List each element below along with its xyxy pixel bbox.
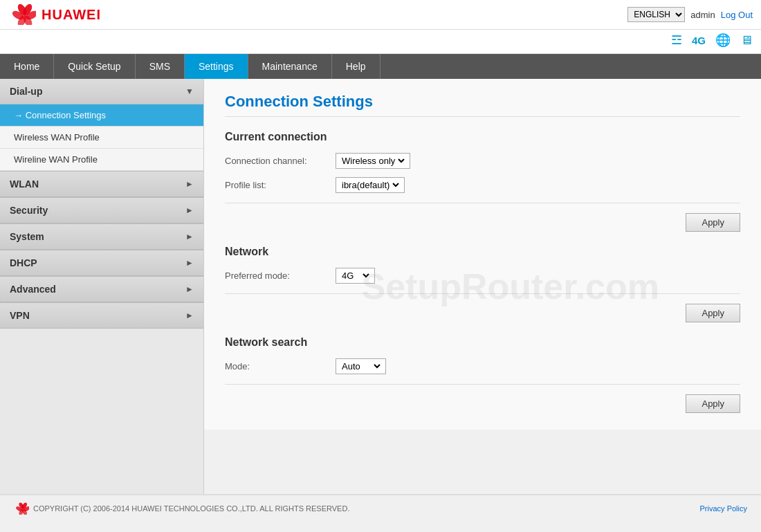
security-arrow-icon: ►	[185, 205, 194, 215]
advanced-arrow-icon: ►	[185, 284, 194, 294]
sidebar-vpn-label: VPN	[10, 310, 30, 321]
sidebar-section-dhcp[interactable]: DHCP ►	[0, 250, 203, 276]
sidebar-item-wireline-wan[interactable]: Wireline WAN Profile	[0, 149, 203, 171]
monitor-icon: 🖥	[740, 33, 753, 48]
logout-button[interactable]: Log Out	[721, 10, 753, 20]
footer-logo-area: COPYRIGHT (C) 2006-2014 HUAWEI TECHNOLOG…	[14, 502, 349, 515]
page-title: Connection Settings	[225, 93, 740, 117]
preferred-mode-select[interactable]: 4G 3G 2G Auto	[339, 270, 372, 282]
sidebar-section-dialup[interactable]: Dial-up ▼	[0, 79, 203, 104]
current-connection-title: Current connection	[225, 131, 740, 143]
apply-button-1[interactable]: Apply	[686, 213, 740, 232]
footer-copyright: COPYRIGHT (C) 2006-2014 HUAWEI TECHNOLOG…	[33, 504, 349, 513]
sidebar: Dial-up ▼ Connection Settings Wireless W…	[0, 79, 204, 494]
wlan-arrow-icon: ►	[185, 179, 194, 189]
apply-row-1: Apply	[225, 213, 740, 232]
connection-channel-row: Connection channel: Wireless only Wired …	[225, 153, 740, 169]
profile-list-select-wrapper: ibra(default)	[336, 177, 405, 193]
nav-item-sms[interactable]: SMS	[136, 54, 185, 79]
profile-list-label: Profile list:	[225, 180, 336, 190]
profile-list-row: Profile list: ibra(default)	[225, 177, 740, 193]
preferred-mode-row: Preferred mode: 4G 3G 2G Auto	[225, 268, 740, 284]
status-bar: ☲ 4G 🌐 🖥	[0, 30, 761, 54]
globe-icon: 🌐	[715, 33, 731, 48]
sidebar-security-label: Security	[10, 205, 48, 216]
vpn-arrow-icon: ►	[185, 311, 194, 320]
huawei-logo-icon	[8, 4, 36, 25]
apply-row-2: Apply	[225, 304, 740, 322]
sidebar-item-connection-settings[interactable]: Connection Settings	[0, 104, 203, 127]
sidebar-wlan-label: WLAN	[10, 178, 39, 190]
network-search-title: Network search	[225, 336, 740, 349]
sidebar-section-advanced[interactable]: Advanced ►	[0, 276, 203, 302]
mode-select[interactable]: Auto Manual	[339, 360, 383, 372]
nav-item-maintenance[interactable]: Maintenance	[248, 54, 332, 79]
connection-channel-select-wrapper: Wireless only Wired only Auto	[336, 153, 410, 169]
top-bar: HUAWEI ENGLISH admin Log Out	[0, 0, 761, 30]
sidebar-system-label: System	[10, 231, 44, 242]
network-section: Network Preferred mode: 4G 3G 2G Auto	[225, 246, 740, 322]
sidebar-section-wlan[interactable]: WLAN ►	[0, 171, 203, 197]
nav-bar: Home Quick Setup SMS Settings Maintenanc…	[0, 54, 761, 79]
nav-item-settings[interactable]: Settings	[185, 54, 248, 79]
network-type-label: 4G	[692, 35, 706, 46]
current-connection-section: Current connection Connection channel: W…	[225, 131, 740, 232]
section-divider-2	[225, 293, 740, 294]
system-arrow-icon: ►	[185, 232, 194, 241]
dialup-arrow-icon: ▼	[185, 86, 194, 96]
sidebar-item-wireless-wan[interactable]: Wireless WAN Profile	[0, 127, 203, 149]
apply-button-3[interactable]: Apply	[686, 394, 740, 413]
sidebar-section-security[interactable]: Security ►	[0, 197, 203, 223]
connection-channel-label: Connection channel:	[225, 156, 336, 166]
network-title: Network	[225, 246, 740, 258]
logo-area: HUAWEI	[8, 4, 101, 25]
section-divider-1	[225, 203, 740, 203]
mode-select-wrapper: Auto Manual	[336, 358, 386, 374]
connection-channel-select[interactable]: Wireless only Wired only Auto	[339, 155, 407, 167]
footer-logo-icon	[14, 502, 29, 515]
admin-label: admin	[690, 10, 715, 20]
sidebar-section-system[interactable]: System ►	[0, 223, 203, 250]
section-divider-3	[225, 384, 740, 385]
profile-list-select[interactable]: ibra(default)	[339, 179, 401, 191]
sidebar-section-vpn[interactable]: VPN ►	[0, 302, 203, 329]
privacy-policy-link[interactable]: Privacy Policy	[700, 504, 747, 513]
mode-label: Mode:	[225, 361, 336, 372]
footer: COPYRIGHT (C) 2006-2014 HUAWEI TECHNOLOG…	[0, 494, 761, 522]
preferred-mode-select-wrapper: 4G 3G 2G Auto	[336, 268, 375, 284]
main-layout: Dial-up ▼ Connection Settings Wireless W…	[0, 79, 761, 494]
nav-item-home[interactable]: Home	[0, 54, 54, 79]
sidebar-dialup-label: Dial-up	[10, 86, 42, 97]
huawei-logo: HUAWEI	[8, 4, 101, 25]
language-select[interactable]: ENGLISH	[627, 7, 685, 22]
network-search-section: Network search Mode: Auto Manual Apply	[225, 336, 740, 413]
dhcp-arrow-icon: ►	[185, 258, 194, 268]
nav-item-help[interactable]: Help	[332, 54, 380, 79]
signal-bars-icon: ☲	[671, 33, 682, 48]
mode-row: Mode: Auto Manual	[225, 358, 740, 374]
top-bar-right: ENGLISH admin Log Out	[627, 7, 753, 22]
nav-item-quicksetup[interactable]: Quick Setup	[54, 54, 135, 79]
preferred-mode-label: Preferred mode:	[225, 270, 336, 281]
apply-button-2[interactable]: Apply	[686, 304, 740, 322]
content-area: Connection Settings Current connection C…	[204, 79, 761, 430]
sidebar-dhcp-label: DHCP	[10, 257, 37, 268]
sidebar-advanced-label: Advanced	[10, 284, 56, 295]
logo-text-label: HUAWEI	[42, 7, 101, 23]
apply-row-3: Apply	[225, 394, 740, 413]
